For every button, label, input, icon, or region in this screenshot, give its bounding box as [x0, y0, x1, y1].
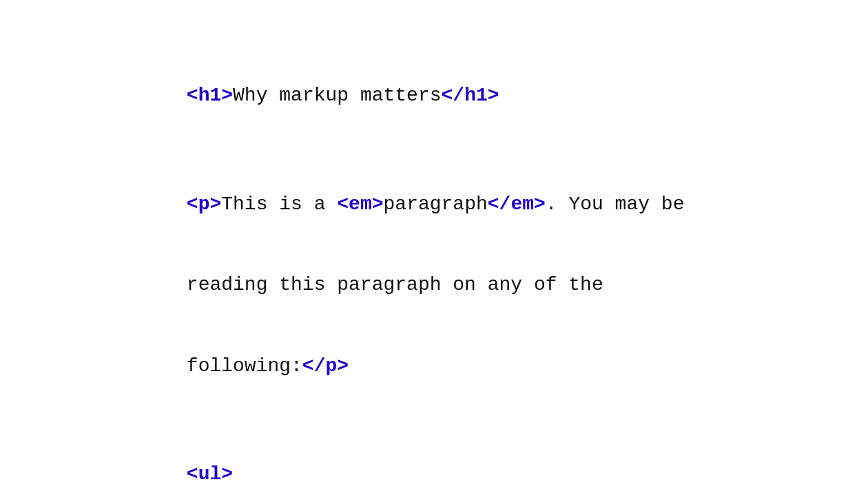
p-line-2: reading this paragraph on any of the	[117, 244, 751, 326]
ul-block: <ul> <li><a href="http://tumblr.com">Tum…	[117, 434, 751, 482]
ul-open-tag: <ul>	[187, 463, 233, 482]
h1-text: Why markup matters	[233, 85, 441, 106]
h1-close-tag: </h1>	[442, 85, 499, 106]
em-close-tag: </em>	[488, 193, 546, 215]
p-text-2: . You may be	[546, 193, 685, 215]
p-open-tag: <p>	[187, 193, 221, 215]
h1-block: <h1>Why markup matters</h1>	[117, 55, 751, 136]
h1-open-tag: <h1>	[187, 85, 233, 106]
p-line-1: <p>This is a <em>paragraph</em>. You may…	[117, 164, 751, 245]
p-block: <p>This is a <em>paragraph</em>. You may…	[117, 164, 751, 407]
em-open-tag: <em>	[337, 193, 383, 215]
p-em-text: paragraph	[384, 193, 488, 215]
p-text-3: reading this paragraph on any of the	[187, 274, 603, 295]
p-close-tag: </p>	[302, 355, 349, 377]
p-text-4: following:	[187, 355, 302, 377]
h1-line: <h1>Why markup matters</h1>	[117, 55, 751, 136]
p-text-1: This is a	[221, 193, 337, 215]
p-line-3: following:</p>	[117, 326, 751, 407]
main-content: <h1>Why markup matters</h1> <p>This is a…	[0, 0, 868, 482]
ul-open-line: <ul>	[117, 434, 751, 482]
